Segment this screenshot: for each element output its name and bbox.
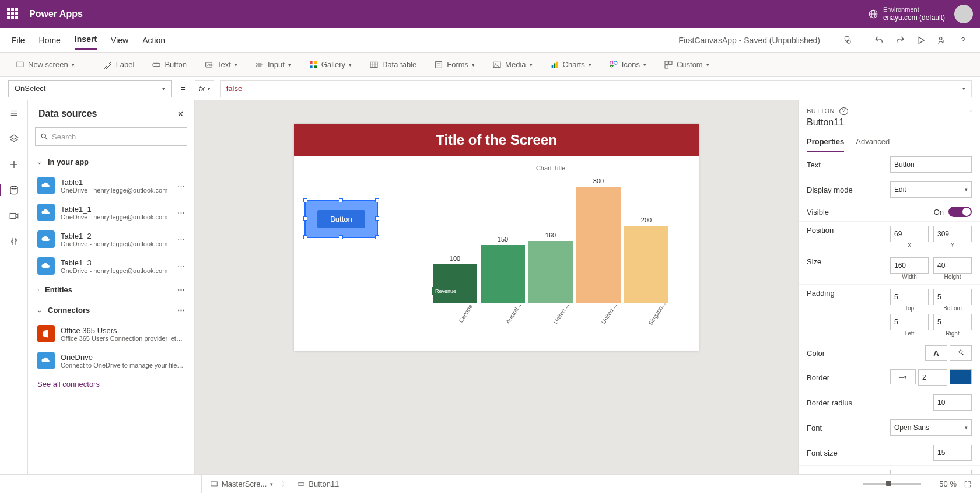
globe-icon [868, 9, 878, 19]
app-launcher-icon[interactable] [7, 8, 19, 20]
prop-y[interactable]: 309 [933, 226, 972, 242]
prop-pad-left[interactable]: 5 [890, 314, 929, 330]
screen[interactable]: Title of the Screen Button Chart Title R… [294, 124, 699, 351]
svg-rect-43 [211, 481, 218, 485]
breadcrumb-screen[interactable]: MasterScre...▾ [210, 480, 273, 488]
border-color[interactable] [950, 369, 972, 384]
media-dropdown[interactable]: Media▾ [489, 58, 536, 72]
search-input[interactable]: Search [35, 127, 187, 146]
prop-text[interactable]: Button [890, 156, 972, 173]
menu-insert[interactable]: Insert [75, 30, 97, 50]
custom-dropdown[interactable]: Custom▾ [660, 58, 713, 72]
menu-view[interactable]: View [111, 31, 128, 50]
properties-panel: BUTTON ? › Button11 Properties Advanced … [798, 100, 980, 474]
rail-media-icon[interactable] [8, 210, 20, 222]
menu-home[interactable]: Home [39, 31, 61, 50]
forms-dropdown[interactable]: Forms▾ [430, 58, 478, 72]
section-in-your-app[interactable]: ⌄In your app [28, 152, 194, 172]
avatar[interactable] [954, 5, 973, 23]
onedrive-icon [37, 352, 55, 369]
fx-button[interactable]: fx▾ [195, 80, 214, 97]
gallery-dropdown[interactable]: Gallery▾ [305, 58, 355, 72]
connector-row[interactable]: OneDriveConnect to OneDrive to manage yo… [28, 347, 194, 374]
screen-icon [15, 60, 24, 69]
visible-toggle[interactable] [949, 207, 972, 217]
help-icon[interactable] [958, 35, 968, 46]
prop-font-weight[interactable]: Semibold [890, 470, 972, 474]
font-color-swatch[interactable]: A [925, 345, 947, 361]
border-width[interactable]: 2 [918, 369, 947, 386]
rail-data-icon[interactable] [0, 184, 20, 196]
zoom-slider[interactable] [863, 483, 921, 485]
tab-properties[interactable]: Properties [807, 132, 844, 152]
input-dropdown[interactable]: Input▾ [251, 58, 295, 72]
rail-tools-icon[interactable] [8, 236, 20, 247]
screen-title-bar[interactable]: Title of the Screen [294, 124, 699, 156]
button-icon [152, 60, 161, 69]
prop-font[interactable]: Open Sans▾ [890, 419, 972, 436]
table-row[interactable]: Table1_3OneDrive - henry.legge@outlook.c… [28, 253, 194, 279]
close-icon[interactable]: ✕ [177, 110, 184, 118]
border-style[interactable]: ─ ▾ [890, 369, 916, 384]
property-selector[interactable]: OnSelect▾ [8, 80, 172, 97]
see-all-connectors-link[interactable]: See all connectors [28, 374, 194, 394]
prop-pad-right[interactable]: 5 [933, 314, 972, 330]
more-icon[interactable]: ⋯ [177, 262, 185, 271]
rail-add-icon[interactable] [8, 159, 20, 170]
undo-icon[interactable] [874, 35, 884, 46]
border-radius[interactable]: 10 [933, 394, 972, 411]
icons-dropdown[interactable]: Icons▾ [606, 58, 650, 72]
table-row[interactable]: Table1OneDrive - henry.legge@outlook.com… [28, 172, 194, 199]
canvas[interactable]: Title of the Screen Button Chart Title R… [195, 100, 798, 474]
prop-x[interactable]: 69 [890, 226, 929, 242]
section-connectors[interactable]: ⌄Connectors ⋯ [28, 300, 194, 320]
column-chart[interactable]: Chart Title Revenue 100150160300200 Cana… [411, 165, 691, 345]
charts-dropdown[interactable]: Charts▾ [547, 58, 595, 72]
connector-row[interactable]: Office 365 UsersOffice 365 Users Connect… [28, 320, 194, 347]
prop-font-size[interactable]: 15 [933, 445, 972, 461]
section-entities[interactable]: ›Entities ⋯ [28, 279, 194, 300]
tab-advanced[interactable]: Advanced [856, 132, 890, 152]
prop-display-mode[interactable]: Edit▾ [890, 181, 972, 198]
share-icon[interactable] [937, 35, 947, 46]
more-icon[interactable]: ⋯ [177, 208, 185, 217]
selected-button-control[interactable]: Button [304, 200, 378, 238]
table-row[interactable]: Table1_2OneDrive - henry.legge@outlook.c… [28, 226, 194, 253]
table-row[interactable]: Table1_1OneDrive - henry.legge@outlook.c… [28, 199, 194, 226]
label-button[interactable]: Label [100, 58, 138, 72]
more-icon[interactable]: ⋯ [177, 235, 185, 244]
left-rail [0, 100, 28, 474]
more-icon[interactable]: ⋯ [177, 285, 185, 294]
info-icon[interactable]: ? [839, 107, 849, 115]
app-checker-icon[interactable] [842, 35, 852, 46]
fill-color-swatch[interactable] [950, 345, 972, 361]
prop-width[interactable]: 160 [890, 257, 929, 274]
new-screen-button[interactable]: New screen▾ [12, 58, 78, 72]
prop-pad-bottom[interactable]: 5 [933, 289, 972, 305]
rail-layers-icon[interactable] [8, 133, 20, 145]
menu-action[interactable]: Action [142, 31, 165, 50]
panel-title: Data sources [38, 109, 97, 119]
formula-input[interactable]: false▾ [220, 80, 972, 97]
rail-tree-icon[interactable] [8, 107, 20, 119]
text-dropdown[interactable]: Abc Text▾ [201, 58, 241, 72]
menu-file[interactable]: File [12, 31, 25, 50]
more-icon[interactable]: ⋯ [177, 181, 185, 190]
data-table-button[interactable]: Data table [366, 58, 420, 72]
prop-height[interactable]: 40 [933, 257, 972, 274]
breadcrumb-element[interactable]: Button11 [297, 480, 339, 488]
prop-pad-top[interactable]: 5 [890, 289, 929, 305]
data-sources-panel: Data sources ✕ Search ⌄In your app Table… [28, 100, 195, 474]
environment-picker[interactable]: Environment enayu.com (default) [868, 6, 945, 22]
redo-icon[interactable] [895, 35, 905, 46]
collapse-icon[interactable]: › [970, 108, 972, 114]
button-insert[interactable]: Button [148, 58, 190, 72]
zoom-out-icon[interactable]: − [851, 480, 856, 488]
zoom-in-icon[interactable]: + [928, 480, 933, 488]
play-icon[interactable] [916, 35, 926, 46]
svg-rect-19 [436, 61, 442, 68]
button-icon [297, 480, 305, 488]
fit-icon[interactable] [964, 480, 972, 488]
equals-sign: = [177, 84, 189, 93]
more-icon[interactable]: ⋯ [177, 306, 185, 314]
